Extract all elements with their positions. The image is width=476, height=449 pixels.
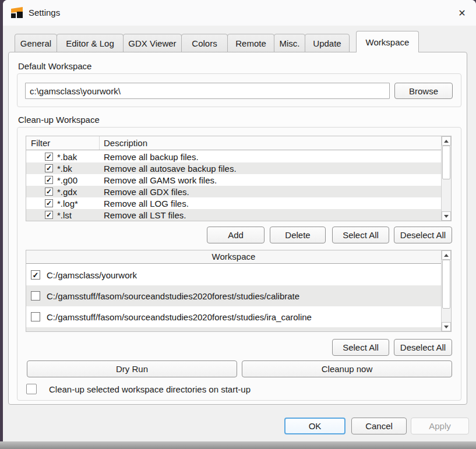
triangle-down-icon <box>444 215 449 218</box>
workspace-row[interactable]: ✓ C:/gamsclass/yourwork <box>26 264 441 285</box>
filter-checkbox[interactable]: ✓ <box>45 211 53 219</box>
workspace-table-rows: ✓ C:/gamsclass/yourwork C:/gamsstuff/fas… <box>26 264 441 331</box>
filter-description: Remove all LOG files. <box>104 199 189 208</box>
scroll-up-button[interactable] <box>442 250 451 260</box>
apply-button[interactable]: Apply <box>411 418 469 434</box>
workspace-path: C:/gamsstuff/fasom/sourceandstudies2020f… <box>47 291 299 301</box>
window-bottom-edge <box>0 441 476 449</box>
filter-table-rows: ✓ *.bak Remove all backup files. ✓ *.bk … <box>26 151 441 221</box>
filter-row[interactable]: ✓ *.log* Remove all LOG files. <box>26 197 441 209</box>
filter-table-header: Filter Description <box>26 136 441 150</box>
default-workspace-label: Default Workspace <box>18 61 91 71</box>
filter-description: Remove all autosave backup files. <box>104 164 237 174</box>
scroll-up-button[interactable] <box>442 136 451 146</box>
startup-cleanup-label: Clean-up selected workspace directories … <box>49 384 251 394</box>
filter-row[interactable]: ✓ *.bak Remove all backup files. <box>26 151 441 162</box>
filter-checkbox[interactable]: ✓ <box>45 176 53 184</box>
filter-description: Remove all GDX files. <box>104 187 189 197</box>
window-title: Settings <box>29 8 60 17</box>
tab-colors[interactable]: Colors <box>181 34 228 52</box>
triangle-up-icon <box>444 254 449 257</box>
title-bar[interactable]: Settings ✕ <box>3 0 476 26</box>
filter-description: Remove all backup files. <box>104 152 199 162</box>
tab-general[interactable]: General <box>15 34 57 52</box>
browse-button[interactable]: Browse <box>394 83 453 99</box>
tab-workspace[interactable]: Workspace <box>356 31 419 52</box>
tab-editor-log[interactable]: Editor & Log <box>57 34 124 52</box>
workspace-path: C:/gamsclass/yourwork <box>47 270 137 280</box>
workspace-tab-panel: Default Workspace Browse Clean-up Worksp… <box>8 52 467 405</box>
add-button[interactable]: Add <box>207 227 265 243</box>
filter-checkbox[interactable]: ✓ <box>45 199 53 207</box>
filter-table-scrollbar[interactable] <box>441 136 451 221</box>
workspace-path: C:/gamsstuff/fasom/sourceandstudies2020f… <box>47 312 312 322</box>
filter-pattern: *.log* <box>57 199 104 208</box>
cleanup-workspace-label: Clean-up Workspace <box>18 115 100 125</box>
filter-row[interactable]: ✓ *.g00 Remove all GAMS work files. <box>26 174 441 186</box>
filter-deselect-all-button[interactable]: Deselect All <box>394 227 452 243</box>
workspace-deselect-all-button[interactable]: Deselect All <box>394 339 452 356</box>
filter-checkbox[interactable]: ✓ <box>45 188 53 196</box>
filter-row[interactable]: ✓ *.bk Remove all autosave backup files. <box>26 162 441 174</box>
scroll-down-button[interactable] <box>442 211 451 221</box>
workspace-row[interactable]: C:/gamsstuff/fasom/sourceandstudies2020f… <box>26 285 441 306</box>
workspace-checkbox[interactable]: ✓ <box>31 270 40 280</box>
scroll-down-button[interactable] <box>442 322 451 331</box>
workspace-row-partial <box>26 327 441 331</box>
tab-misc[interactable]: Misc. <box>274 34 305 52</box>
triangle-up-icon <box>444 140 449 143</box>
cancel-button[interactable]: Cancel <box>351 418 407 434</box>
workspace-table: Workspace ✓ C:/gamsclass/yourwork C:/gam… <box>26 250 452 332</box>
filter-description: Remove all GAMS work files. <box>104 175 217 185</box>
tab-gdx-viewer[interactable]: GDX Viewer <box>123 34 182 52</box>
close-icon[interactable]: ✕ <box>453 3 471 22</box>
filter-row[interactable]: ✓ *.gdx Remove all GDX files. <box>26 186 441 197</box>
tab-update[interactable]: Update <box>305 34 350 52</box>
filter-checkbox[interactable]: ✓ <box>45 164 53 172</box>
scrollbar-thumb[interactable] <box>442 260 450 309</box>
default-workspace-input[interactable] <box>25 83 390 99</box>
filter-pattern: *.lst <box>57 210 104 220</box>
gams-logo-icon <box>10 6 23 19</box>
filter-pattern: *.bak <box>57 152 104 162</box>
tab-remote[interactable]: Remote <box>227 34 274 52</box>
filter-column-header: Filter <box>26 136 100 150</box>
filter-checkbox[interactable]: ✓ <box>45 153 53 161</box>
filter-table: Filter Description ✓ *.bak Remove all ba… <box>26 136 452 221</box>
filter-description: Remove all LST files. <box>104 210 186 220</box>
filter-pattern: *.gdx <box>57 187 104 197</box>
workspace-row[interactable]: C:/gamsstuff/fasom/sourceandstudies2020f… <box>26 306 441 327</box>
filter-select-all-button[interactable]: Select All <box>332 227 389 243</box>
startup-cleanup-checkbox[interactable] <box>26 384 37 394</box>
filter-pattern: *.g00 <box>57 175 104 185</box>
cleanup-now-button[interactable]: Cleanup now <box>242 360 452 377</box>
cleanup-workspace-group: Filter Description ✓ *.bak Remove all ba… <box>17 127 461 401</box>
settings-dialog: Settings ✕ General Editor & Log GDX View… <box>3 0 476 441</box>
scrollbar-thumb[interactable] <box>442 146 450 179</box>
filter-pattern: *.bk <box>57 164 104 174</box>
workspace-table-scrollbar[interactable] <box>441 250 451 331</box>
workspace-checkbox[interactable] <box>31 291 40 300</box>
dry-run-button[interactable]: Dry Run <box>27 360 237 377</box>
desktop-background: Settings ✕ General Editor & Log GDX View… <box>0 0 476 449</box>
workspace-select-all-button[interactable]: Select All <box>332 339 389 356</box>
description-column-header: Description <box>100 136 147 150</box>
workspace-checkbox[interactable] <box>31 312 40 321</box>
filter-row[interactable]: ✓ *.lst Remove all LST files. <box>26 209 441 221</box>
triangle-down-icon <box>444 326 449 328</box>
delete-button[interactable]: Delete <box>270 227 326 243</box>
ok-button[interactable]: OK <box>284 418 345 434</box>
workspace-column-header: Workspace <box>26 250 441 264</box>
